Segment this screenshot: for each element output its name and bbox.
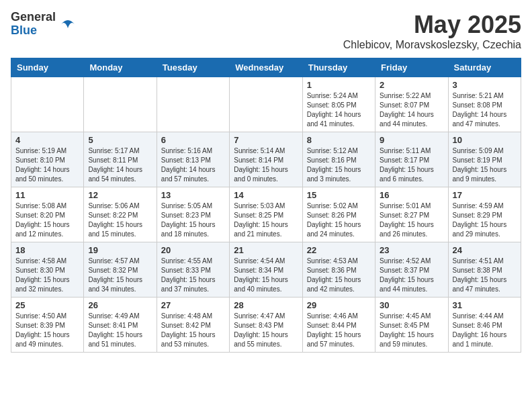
day-number: 6 xyxy=(161,135,225,145)
header-monday: Monday xyxy=(84,58,157,77)
calendar-cell: 22Sunrise: 4:53 AM Sunset: 8:36 PM Dayli… xyxy=(302,242,375,298)
day-number: 24 xyxy=(453,245,517,255)
day-info: Sunrise: 5:08 AM Sunset: 8:20 PM Dayligh… xyxy=(15,201,79,239)
title-section: May 2025 Chlebicov, Moravskoslezsky, Cze… xyxy=(343,11,521,51)
day-number: 25 xyxy=(15,300,79,310)
day-info: Sunrise: 5:02 AM Sunset: 8:26 PM Dayligh… xyxy=(307,201,371,239)
calendar-cell: 27Sunrise: 4:48 AM Sunset: 8:42 PM Dayli… xyxy=(157,298,229,353)
header-tuesday: Tuesday xyxy=(157,58,229,77)
day-number: 2 xyxy=(380,80,443,90)
day-info: Sunrise: 4:51 AM Sunset: 8:38 PM Dayligh… xyxy=(453,257,517,294)
day-info: Sunrise: 4:44 AM Sunset: 8:46 PM Dayligh… xyxy=(453,312,517,349)
day-number: 30 xyxy=(380,300,443,310)
day-number: 22 xyxy=(307,245,371,255)
calendar-cell: 31Sunrise: 4:44 AM Sunset: 8:46 PM Dayli… xyxy=(448,298,521,353)
header-saturday: Saturday xyxy=(448,58,521,77)
calendar-cell: 20Sunrise: 4:55 AM Sunset: 8:33 PM Dayli… xyxy=(157,242,229,298)
calendar-cell: 18Sunrise: 4:58 AM Sunset: 8:30 PM Dayli… xyxy=(11,242,84,298)
day-info: Sunrise: 4:59 AM Sunset: 8:29 PM Dayligh… xyxy=(453,201,517,239)
day-number: 7 xyxy=(234,135,298,145)
day-info: Sunrise: 5:24 AM Sunset: 8:05 PM Dayligh… xyxy=(307,91,371,129)
calendar-cell: 14Sunrise: 5:03 AM Sunset: 8:25 PM Dayli… xyxy=(230,187,302,242)
day-info: Sunrise: 4:49 AM Sunset: 8:41 PM Dayligh… xyxy=(88,312,152,349)
day-info: Sunrise: 5:17 AM Sunset: 8:11 PM Dayligh… xyxy=(88,146,152,184)
header-sunday: Sunday xyxy=(11,58,84,77)
day-number: 13 xyxy=(161,190,225,200)
day-info: Sunrise: 4:52 AM Sunset: 8:37 PM Dayligh… xyxy=(380,257,443,294)
logo: General Blue xyxy=(11,11,77,38)
calendar-cell: 8Sunrise: 5:12 AM Sunset: 8:16 PM Daylig… xyxy=(302,132,375,187)
day-number: 4 xyxy=(15,135,79,145)
day-info: Sunrise: 5:16 AM Sunset: 8:13 PM Dayligh… xyxy=(161,146,225,184)
calendar-cell: 2Sunrise: 5:22 AM Sunset: 8:07 PM Daylig… xyxy=(375,77,448,132)
day-number: 26 xyxy=(88,300,152,310)
calendar-cell: 21Sunrise: 4:54 AM Sunset: 8:34 PM Dayli… xyxy=(230,242,302,298)
logo-blue: Blue xyxy=(11,24,56,38)
calendar-cell xyxy=(11,77,84,132)
calendar-cell: 23Sunrise: 4:52 AM Sunset: 8:37 PM Dayli… xyxy=(375,242,448,298)
day-info: Sunrise: 4:55 AM Sunset: 8:33 PM Dayligh… xyxy=(161,257,225,294)
week-row-3: 11Sunrise: 5:08 AM Sunset: 8:20 PM Dayli… xyxy=(11,187,521,242)
day-number: 11 xyxy=(15,190,79,200)
calendar-cell: 28Sunrise: 4:47 AM Sunset: 8:43 PM Dayli… xyxy=(230,298,302,353)
day-info: Sunrise: 4:48 AM Sunset: 8:42 PM Dayligh… xyxy=(161,312,225,349)
day-info: Sunrise: 5:22 AM Sunset: 8:07 PM Dayligh… xyxy=(380,91,443,129)
day-info: Sunrise: 4:58 AM Sunset: 8:30 PM Dayligh… xyxy=(15,257,79,294)
day-info: Sunrise: 5:14 AM Sunset: 8:14 PM Dayligh… xyxy=(234,146,298,184)
calendar-cell: 19Sunrise: 4:57 AM Sunset: 8:32 PM Dayli… xyxy=(84,242,157,298)
calendar-cell: 1Sunrise: 5:24 AM Sunset: 8:05 PM Daylig… xyxy=(302,77,375,132)
day-info: Sunrise: 5:11 AM Sunset: 8:17 PM Dayligh… xyxy=(380,146,443,184)
calendar-cell: 25Sunrise: 4:50 AM Sunset: 8:39 PM Dayli… xyxy=(11,298,84,353)
calendar-cell: 17Sunrise: 4:59 AM Sunset: 8:29 PM Dayli… xyxy=(448,187,521,242)
day-number: 8 xyxy=(307,135,371,145)
calendar-cell: 15Sunrise: 5:02 AM Sunset: 8:26 PM Dayli… xyxy=(302,187,375,242)
day-number: 14 xyxy=(234,190,298,200)
day-number: 15 xyxy=(307,190,371,200)
week-row-2: 4Sunrise: 5:19 AM Sunset: 8:10 PM Daylig… xyxy=(11,132,521,187)
calendar-cell: 6Sunrise: 5:16 AM Sunset: 8:13 PM Daylig… xyxy=(157,132,229,187)
day-info: Sunrise: 5:03 AM Sunset: 8:25 PM Dayligh… xyxy=(234,201,298,239)
calendar-cell: 26Sunrise: 4:49 AM Sunset: 8:41 PM Dayli… xyxy=(84,298,157,353)
day-info: Sunrise: 4:47 AM Sunset: 8:43 PM Dayligh… xyxy=(234,312,298,349)
day-number: 20 xyxy=(161,245,225,255)
calendar-cell: 11Sunrise: 5:08 AM Sunset: 8:20 PM Dayli… xyxy=(11,187,84,242)
page-header: General Blue May 2025 Chlebicov, Moravsk… xyxy=(11,11,521,51)
calendar-table: SundayMondayTuesdayWednesdayThursdayFrid… xyxy=(11,58,521,353)
day-info: Sunrise: 4:57 AM Sunset: 8:32 PM Dayligh… xyxy=(88,257,152,294)
week-row-4: 18Sunrise: 4:58 AM Sunset: 8:30 PM Dayli… xyxy=(11,242,521,298)
week-row-5: 25Sunrise: 4:50 AM Sunset: 8:39 PM Dayli… xyxy=(11,298,521,353)
day-number: 23 xyxy=(380,245,443,255)
header-thursday: Thursday xyxy=(302,58,375,77)
calendar-cell: 3Sunrise: 5:21 AM Sunset: 8:08 PM Daylig… xyxy=(448,77,521,132)
calendar-cell: 16Sunrise: 5:01 AM Sunset: 8:27 PM Dayli… xyxy=(375,187,448,242)
day-info: Sunrise: 5:19 AM Sunset: 8:10 PM Dayligh… xyxy=(15,146,79,184)
calendar-cell: 30Sunrise: 4:45 AM Sunset: 8:45 PM Dayli… xyxy=(375,298,448,353)
day-number: 29 xyxy=(307,300,371,310)
day-number: 9 xyxy=(380,135,443,145)
day-info: Sunrise: 5:06 AM Sunset: 8:22 PM Dayligh… xyxy=(88,201,152,239)
day-number: 18 xyxy=(15,245,79,255)
day-info: Sunrise: 4:45 AM Sunset: 8:45 PM Dayligh… xyxy=(380,312,443,349)
day-number: 5 xyxy=(88,135,152,145)
calendar-cell: 29Sunrise: 4:46 AM Sunset: 8:44 PM Dayli… xyxy=(302,298,375,353)
header-friday: Friday xyxy=(375,58,448,77)
day-info: Sunrise: 5:21 AM Sunset: 8:08 PM Dayligh… xyxy=(453,91,517,129)
header-wednesday: Wednesday xyxy=(230,58,302,77)
calendar-cell: 13Sunrise: 5:05 AM Sunset: 8:23 PM Dayli… xyxy=(157,187,229,242)
day-number: 12 xyxy=(88,190,152,200)
logo-icon xyxy=(58,15,77,34)
day-info: Sunrise: 4:50 AM Sunset: 8:39 PM Dayligh… xyxy=(15,312,79,349)
day-info: Sunrise: 4:46 AM Sunset: 8:44 PM Dayligh… xyxy=(307,312,371,349)
calendar-cell: 7Sunrise: 5:14 AM Sunset: 8:14 PM Daylig… xyxy=(230,132,302,187)
day-number: 16 xyxy=(380,190,443,200)
day-number: 27 xyxy=(161,300,225,310)
week-row-1: 1Sunrise: 5:24 AM Sunset: 8:05 PM Daylig… xyxy=(11,77,521,132)
day-info: Sunrise: 5:01 AM Sunset: 8:27 PM Dayligh… xyxy=(380,201,443,239)
calendar-cell xyxy=(157,77,229,132)
day-number: 1 xyxy=(307,80,371,90)
location-subtitle: Chlebicov, Moravskoslezsky, Czechia xyxy=(343,39,521,51)
calendar-cell: 24Sunrise: 4:51 AM Sunset: 8:38 PM Dayli… xyxy=(448,242,521,298)
calendar-cell: 5Sunrise: 5:17 AM Sunset: 8:11 PM Daylig… xyxy=(84,132,157,187)
day-number: 10 xyxy=(453,135,517,145)
day-info: Sunrise: 5:05 AM Sunset: 8:23 PM Dayligh… xyxy=(161,201,225,239)
